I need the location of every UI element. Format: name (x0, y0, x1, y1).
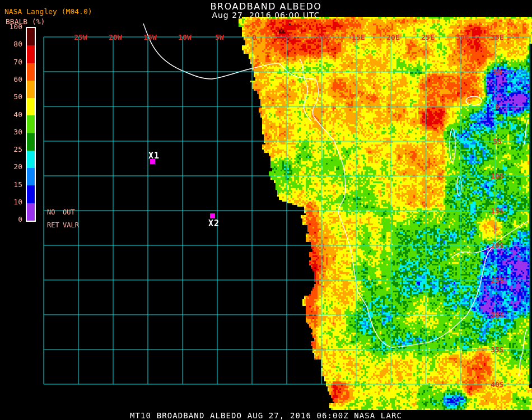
lake-outline (466, 96, 482, 105)
longitude-label: 10W (178, 33, 192, 41)
longitude-label: 5E (284, 33, 293, 41)
coastline-path (143, 24, 529, 347)
colorbar-segment (27, 98, 35, 115)
colorbar-tick-label: 80 (3, 40, 22, 48)
colorbar-segment (27, 115, 35, 133)
colorbar-tick-label: 25 (3, 146, 22, 153)
marker-label-x1: X1 (148, 151, 160, 161)
latitude-label: 30S (491, 311, 504, 319)
colorbar-tick-label: 40 (3, 111, 22, 119)
colorbar-tick-label: 70 (3, 58, 22, 66)
river-path (300, 59, 311, 121)
colorbar-tick-label: 0 (3, 216, 22, 223)
longitude-label: 35E (491, 33, 503, 41)
longitude-label: 5W (215, 33, 224, 41)
latitude-label: 35S (491, 346, 504, 354)
legend-note-valr: VALR (63, 221, 79, 229)
legend-note-ret: RET (47, 221, 59, 229)
colorbar-segment (27, 133, 35, 151)
latitude-label: 0 (495, 102, 500, 111)
colorbar-tick-label: 60 (3, 76, 22, 83)
legend-note-no: NO (47, 208, 55, 216)
footer-text: MT10 BROADBAND ALBEDO AUG 27, 2016 06:00… (0, 411, 532, 420)
colorbar-segment (27, 45, 35, 63)
map-overlay: 25W20W15W10W5W05E10E15E20E25E30E35E5N05S… (0, 0, 532, 420)
colorbar-segment (27, 81, 35, 98)
longitude-label: 25W (74, 33, 87, 41)
latitude-label: 5S (493, 137, 502, 146)
colorbar-tick-label: 20 (3, 163, 22, 171)
marker-square-x2 (210, 213, 215, 218)
colorbar-segment (27, 63, 35, 81)
colorbar-tick-label: 10 (3, 198, 22, 206)
latitude-label: 10S (491, 172, 504, 180)
latitude-label: 5N (493, 68, 502, 76)
colorbar-segment (27, 203, 35, 221)
lake-outline (450, 129, 455, 162)
river-path (524, 119, 528, 146)
colorbar-segment (27, 151, 35, 168)
longitude-label: 15W (143, 33, 157, 41)
river-path (451, 245, 495, 258)
longitude-label: 25E (421, 33, 434, 41)
colorbar-tick-label: 100 (3, 23, 22, 31)
colorbar-tick-label: 50 (3, 93, 22, 101)
colorbar-segment (27, 168, 35, 185)
colorbar-tick-label: 15 (3, 181, 22, 189)
page-subtitle: Aug 27, 2016 06:00 UTC (0, 11, 532, 20)
colorbar-tick-label: 30 (3, 128, 22, 136)
colorbar (26, 27, 36, 222)
river-path (519, 329, 527, 376)
longitude-label: 20E (386, 33, 399, 41)
longitude-label: 15E (352, 33, 365, 41)
marker-label-x2: X2 (208, 218, 220, 228)
colorbar-segment (27, 28, 35, 45)
legend-note-out: OUT (63, 208, 75, 216)
albedo-product-page: 25W20W15W10W5W05E10E15E20E25E30E35E5N05S… (0, 0, 532, 420)
longitude-label: 20W (109, 33, 122, 41)
latitude-label: 25S (491, 276, 504, 284)
latitude-label: 20S (491, 241, 504, 250)
colorbar-segment (27, 185, 35, 203)
longitude-label: 0 (252, 33, 256, 41)
longitude-label: 10E (317, 33, 330, 41)
latitude-label: 15S (491, 207, 504, 215)
longitude-label: 30E (456, 33, 469, 41)
latitude-label: 40S (491, 380, 504, 389)
lake-outline (457, 176, 461, 196)
